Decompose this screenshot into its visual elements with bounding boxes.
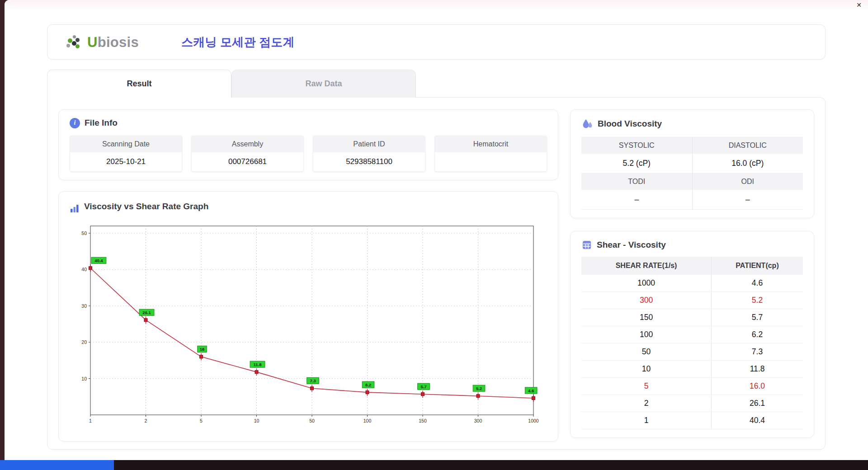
taskbar-highlight <box>0 460 114 470</box>
bv-label-systolic: SYSTOLIC <box>581 137 693 154</box>
file-info-card: i File Info Scanning Date2025-10-21Assem… <box>58 109 558 180</box>
bv-label-diastolic: DIASTOLIC <box>693 137 803 154</box>
logo-dots-icon <box>66 35 82 50</box>
bv-value-todi: – <box>581 190 693 210</box>
tab-raw-data[interactable]: Raw Data <box>231 70 416 98</box>
shear-rate-cell: 150 <box>581 309 712 326</box>
field-value: 52938581100 <box>313 152 425 171</box>
result-panel: i File Info Scanning Date2025-10-21Assem… <box>47 97 826 450</box>
bar-chart-icon <box>70 200 80 213</box>
main-content: Ubiosis 스캐닝 모세관 점도계 Result Raw Data i Fi… <box>5 0 868 450</box>
shear-row: 1505.7 <box>581 309 803 326</box>
field-value: 000726681 <box>192 152 303 171</box>
patient-value-cell: 5.7 <box>712 309 803 326</box>
svg-text:40: 40 <box>81 267 87 272</box>
svg-text:100: 100 <box>363 418 372 423</box>
viscosity-shear-chart: 12510501001503001000102030405040.426.116… <box>70 217 544 433</box>
app-header: Ubiosis 스캐닝 모세관 점도계 <box>47 24 826 60</box>
svg-text:11.8: 11.8 <box>254 362 262 367</box>
shear-row: 507.3 <box>581 343 803 360</box>
svg-text:5: 5 <box>200 418 203 423</box>
shear-rate-cell: 5 <box>581 377 712 395</box>
page-title: 스캐닝 모세관 점도계 <box>181 34 295 50</box>
blood-viscosity-grid: SYSTOLICDIASTOLIC5.2 (cP)16.0 (cP)TODIOD… <box>581 137 803 210</box>
file-info-header: i File Info <box>70 118 547 128</box>
bottom-bar <box>0 460 868 470</box>
patient-value-cell: 11.8 <box>712 360 803 377</box>
right-column: Blood Viscosity SYSTOLICDIASTOLIC5.2 (cP… <box>570 109 814 437</box>
bv-value-odi: – <box>693 190 803 210</box>
graph-title: Viscosity vs Shear Rate Graph <box>84 202 208 212</box>
left-column: i File Info Scanning Date2025-10-21Assem… <box>58 109 558 437</box>
blood-viscosity-card: Blood Viscosity SYSTOLICDIASTOLIC5.2 (cP… <box>570 109 814 218</box>
svg-text:10: 10 <box>81 376 87 381</box>
brand-name: Ubiosis <box>87 35 139 49</box>
field-label: Scanning Date <box>70 136 182 152</box>
bv-label-todi: TODI <box>581 174 693 190</box>
graph-card: Viscosity vs Shear Rate Graph 1251050100… <box>58 191 558 442</box>
col-shear-rate: SHEAR RATE(1/s) <box>581 257 712 275</box>
svg-text:2: 2 <box>145 418 147 423</box>
file-info-title: File Info <box>85 118 118 128</box>
patient-value-cell: 5.2 <box>712 291 803 309</box>
patient-value-cell: 7.3 <box>712 343 803 360</box>
svg-text:150: 150 <box>419 418 427 423</box>
tab-bar: Result Raw Data <box>47 70 826 97</box>
svg-text:40.4: 40.4 <box>94 258 103 263</box>
graph-header: Viscosity vs Shear Rate Graph <box>70 200 547 213</box>
file-info-field: Scanning Date2025-10-21 <box>70 136 182 172</box>
svg-text:26.1: 26.1 <box>142 310 151 315</box>
shear-viscosity-title: Shear - Viscosity <box>597 240 666 250</box>
file-info-field: Assembly000726681 <box>191 136 304 172</box>
shear-rate-cell: 300 <box>581 291 712 309</box>
patient-value-cell: 4.6 <box>712 275 803 292</box>
field-value <box>435 152 547 171</box>
svg-text:20: 20 <box>81 339 87 345</box>
svg-text:7.3: 7.3 <box>310 378 316 383</box>
svg-text:50: 50 <box>309 418 315 423</box>
shear-row: 10004.6 <box>581 275 803 292</box>
col-patient: PATIENT(cp) <box>712 257 803 275</box>
table-icon <box>581 240 592 250</box>
shear-rate-cell: 50 <box>581 343 712 360</box>
droplet-icon <box>581 118 593 130</box>
svg-text:16: 16 <box>200 346 205 351</box>
shear-row: 516.0 <box>581 377 803 395</box>
shear-rate-cell: 10 <box>581 360 712 377</box>
file-info-field: Patient ID52938581100 <box>313 136 425 172</box>
shear-row: 1011.8 <box>581 360 803 377</box>
shear-rate-cell: 1 <box>581 412 712 429</box>
patient-value-cell: 6.2 <box>712 326 803 343</box>
svg-text:5.2: 5.2 <box>476 385 482 390</box>
ubiosis-logo: Ubiosis <box>66 35 170 50</box>
shear-rate-cell: 100 <box>581 326 712 343</box>
field-label: Assembly <box>192 136 303 152</box>
svg-text:4.6: 4.6 <box>528 388 534 393</box>
bv-value-diastolic: 16.0 (cP) <box>693 154 803 174</box>
patient-value-cell: 16.0 <box>712 377 803 395</box>
field-label: Patient ID <box>313 136 425 152</box>
shear-table: SHEAR RATE(1/s) PATIENT(cp) 10004.63005.… <box>581 257 803 429</box>
shear-table-body: 10004.63005.21505.71006.2507.31011.8516.… <box>581 275 803 429</box>
svg-text:300: 300 <box>474 418 482 423</box>
file-info-fields: Scanning Date2025-10-21Assembly000726681… <box>70 136 547 172</box>
shear-row: 226.1 <box>581 395 803 412</box>
field-label: Hematocrit <box>435 136 547 152</box>
bv-value-systolic: 5.2 (cP) <box>581 154 693 174</box>
field-value: 2025-10-21 <box>70 152 182 171</box>
shear-viscosity-header: Shear - Viscosity <box>581 240 803 250</box>
svg-text:5.7: 5.7 <box>420 384 426 389</box>
shear-table-header-row: SHEAR RATE(1/s) PATIENT(cp) <box>581 257 803 275</box>
shear-row: 3005.2 <box>581 291 803 309</box>
tab-result[interactable]: Result <box>47 70 231 98</box>
svg-text:50: 50 <box>81 230 87 236</box>
patient-value-cell: 26.1 <box>712 395 803 412</box>
shear-rate-cell: 2 <box>581 395 712 412</box>
blood-viscosity-title: Blood Viscosity <box>598 119 662 129</box>
svg-text:10: 10 <box>254 418 259 423</box>
svg-text:1000: 1000 <box>528 418 539 423</box>
shear-viscosity-card: Shear - Viscosity SHEAR RATE(1/s) PATIEN… <box>570 231 814 438</box>
app-window: ✕ Ubiosis 스캐닝 모세관 점도계 Result Raw Data <box>5 0 868 460</box>
shear-row: 140.4 <box>581 412 803 429</box>
shear-rate-cell: 1000 <box>581 275 712 292</box>
